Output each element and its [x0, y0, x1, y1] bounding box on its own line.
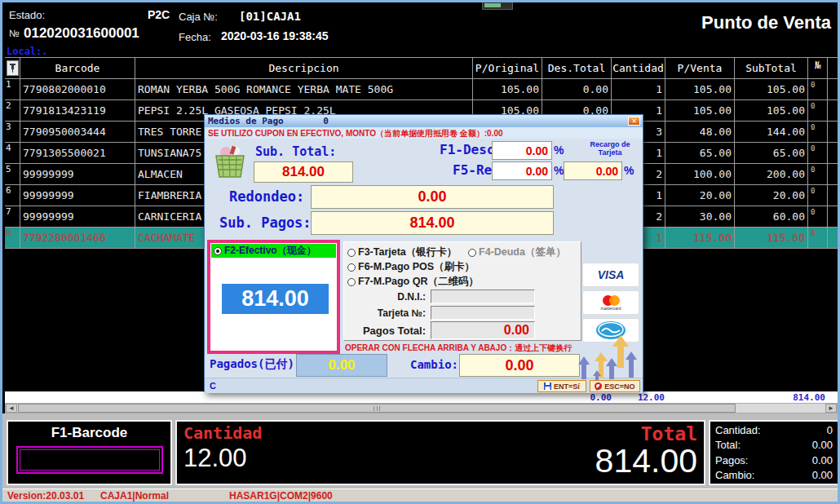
mercadopago-icon	[595, 321, 626, 340]
escape-cancel-button[interactable]: ESC=NO	[590, 380, 640, 392]
tarjeta-no-label: Tarjeta №:	[344, 307, 426, 319]
scroll-right-arrow-icon[interactable]: ►	[825, 404, 837, 413]
estado-label: Estado:	[9, 9, 45, 21]
basket-icon	[211, 143, 249, 183]
pos-window: Estado: P2C № 012020031600001 Caja №: [0…	[0, 0, 840, 504]
cell-rownum: 8	[5, 228, 20, 248]
mercadopago-logo	[582, 318, 639, 343]
f3-tarjeta-label: F3-Tarjeta（银行卡）	[358, 245, 457, 259]
efectivo-amount-input[interactable]: 814.00	[222, 284, 329, 314]
barcode-panel-label: F1-Barcode	[8, 425, 170, 441]
cambio-label: Cambio:	[410, 358, 458, 371]
cell-p-venta: 105.00	[665, 100, 735, 121]
radio-f6-mpago-pos[interactable]: F6-M.Pago POS（刷卡）	[347, 260, 475, 274]
cell-barcode: 7791813423119	[20, 100, 135, 121]
dialog-subtotal-label: Sub. Total:	[255, 144, 336, 159]
arrow-keys-instruction: OPERAR CON FLECHA ARRIBA Y ABAJO：通过上下键换行	[345, 343, 630, 354]
recargo-tarjeta-field[interactable]: 0.00	[564, 161, 622, 180]
coupon-warning: SE UTILIZO CUPON EN EFECTIVO, MONTO（当前单据…	[205, 127, 643, 139]
status-version: Version:20.03.01	[7, 490, 84, 502]
pagos-total-label: Pagos Total:	[344, 325, 426, 337]
header: Estado: P2C № 012020031600001 Caja №: [0…	[2, 2, 838, 55]
sum-cantidad: 12.00	[614, 392, 665, 403]
cell-no: 0	[808, 79, 828, 99]
cell-p-venta: 115.00	[665, 228, 735, 248]
ticket-no-label: №	[9, 28, 20, 39]
cell-rownum: 1	[5, 79, 20, 99]
cell-subtotal: 65.00	[735, 143, 808, 163]
col-header-subtotal: SubTotal	[735, 58, 808, 78]
cell-rownum: 6	[5, 185, 20, 206]
col-header-des-total: Des.Total	[542, 58, 612, 78]
recargo-percent-sign: %	[624, 164, 634, 177]
col-header-no: №	[808, 58, 828, 78]
cell-subtotal: 115.00	[735, 228, 808, 248]
cell-no: 0	[808, 122, 828, 142]
col-header-p-original: P/Original	[473, 58, 542, 78]
sub-pagos-label: Sub. Pagos:	[219, 214, 312, 231]
mastercard-logo: mastercard	[582, 290, 639, 315]
window-led-button[interactable]	[482, 2, 513, 10]
status-bar: Version:20.03.01 CAJA1|Normal HASAR1G|CO…	[2, 489, 838, 502]
dialog-c-flag: C	[210, 381, 216, 391]
col-header-p-venta: P/Venta	[665, 58, 735, 78]
pagados-field[interactable]: 0.00	[296, 354, 387, 377]
f5-recargo-field[interactable]: 0.00	[492, 161, 552, 180]
cell-subtotal: 144.00	[735, 122, 808, 142]
radio-f4-deuda[interactable]: F4-Deuda（签单）	[468, 245, 566, 259]
cell-subtotal: 200.00	[735, 164, 808, 184]
dialog-title-bar[interactable]: Medios de Pago 0	[205, 115, 643, 127]
close-icon[interactable]: ✕	[628, 117, 640, 126]
cambio-value: 0.00	[459, 354, 580, 377]
cell-barcode: 99999999	[20, 164, 135, 184]
cell-subtotal: 105.00	[735, 100, 808, 121]
total-value: 814.00	[595, 444, 697, 478]
panel-cantidad-value: 0	[827, 424, 833, 436]
radio-f2-efectivo[interactable]: F2-Efectivo（现金）	[211, 244, 336, 258]
local-label: Local:.	[7, 46, 48, 57]
cell-no: 0	[808, 100, 828, 121]
dni-field[interactable]	[431, 290, 535, 303]
pagos-total-value: 0.00	[431, 321, 535, 339]
panel-total-value: 0.00	[812, 439, 833, 451]
f5-percent-sign: %	[554, 164, 564, 177]
cell-barcode: 7790950003444	[20, 122, 135, 142]
f4-deuda-label: F4-Deuda（签单）	[479, 245, 566, 259]
recargo-tarjeta-label: Recargo de Tarjeta	[578, 140, 642, 157]
mastercard-circles-icon	[603, 294, 620, 306]
dialog-title: Medios de Pago	[208, 116, 284, 126]
bottom-section: F1-Barcode Cantidad 12.00 Total 814.00 C…	[2, 413, 838, 489]
cell-rownum: 2	[5, 100, 20, 121]
corner-cell	[5, 58, 20, 78]
scroll-left-arrow-icon[interactable]: ◄	[6, 404, 17, 413]
sum-des-total: 0.00	[545, 392, 612, 403]
enter-confirm-button[interactable]: ENT=Sí	[537, 380, 586, 392]
cell-p-venta: 105.00	[665, 79, 735, 99]
table-row[interactable]: 1 7790802000010 ROMAN YERBA 500G ROMANCE…	[5, 79, 838, 100]
tarjeta-no-field[interactable]	[431, 306, 535, 320]
col-header-filler	[828, 58, 838, 78]
panel-cambio-value: 0.00	[812, 469, 833, 481]
cell-desc: ROMAN YERBA 500G ROMANCE YERBA MATE 500G	[135, 79, 473, 99]
radio-f3-tarjeta[interactable]: F3-Tarjeta（银行卡）	[347, 245, 457, 259]
f6-mpago-pos-label: F6-M.Pago POS（刷卡）	[358, 260, 475, 274]
col-header-descripcion: Descripcion	[135, 58, 473, 78]
cell-p-venta: 30.00	[665, 206, 735, 227]
cell-no: 0	[808, 228, 828, 248]
scrollbar-thumb[interactable]	[18, 404, 736, 413]
cell-p-venta: 48.00	[665, 122, 735, 142]
radio-icon	[347, 249, 356, 257]
radio-icon	[347, 263, 356, 272]
efectivo-box: F2-Efectivo（现金） 814.00	[207, 240, 340, 354]
col-header-barcode: Barcode	[20, 58, 135, 78]
redondeo-label: Redondeo:	[229, 188, 304, 205]
cell-p-venta: 65.00	[665, 143, 735, 163]
pagados-label: Pagados(已付)	[210, 357, 294, 372]
dialog-subtotal-value: 814.00	[254, 161, 353, 183]
cell-des-total: 0.00	[542, 79, 612, 99]
horizontal-scrollbar[interactable]: ◄ ►	[5, 403, 838, 413]
cell-rownum: 7	[5, 206, 20, 227]
radio-f7-mpago-qr[interactable]: F7-M.Pago QR（二维码）	[347, 275, 479, 289]
f1-descuento-field[interactable]: 0.00	[492, 141, 552, 160]
barcode-input[interactable]	[16, 446, 163, 474]
